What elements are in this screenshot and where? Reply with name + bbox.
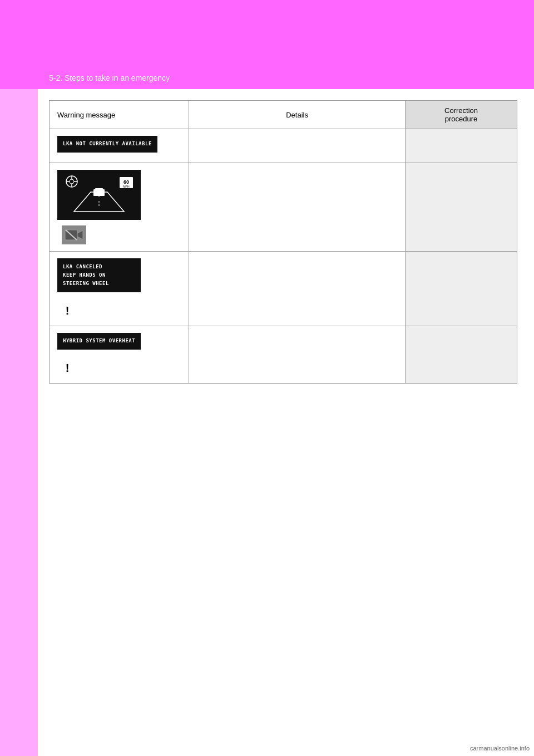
page-layout: Warning message Details Correction proce… — [0, 89, 534, 756]
svg-text:60: 60 — [123, 179, 129, 185]
left-sidebar — [0, 89, 38, 756]
warning-msg-box-4: HYBRID SYSTEM OVERHEAT — [57, 333, 141, 350]
warning-msg-box-1: LKA NOT CURRENTLY AVAILABLE — [57, 136, 157, 153]
svg-text:!: ! — [66, 305, 70, 317]
correction-cell-4 — [406, 326, 517, 384]
svg-point-6 — [70, 179, 74, 184]
main-content: Warning message Details Correction proce… — [38, 89, 534, 756]
warning-triangle-1: ! — [57, 299, 77, 319]
details-cell-1 — [189, 129, 406, 163]
details-cell-4 — [189, 326, 406, 384]
lka-display-box: 60 MPH — [57, 170, 141, 220]
col-header-warning: Warning message — [50, 101, 189, 129]
table-row: 60 MPH — [50, 163, 517, 251]
details-cell-2 — [189, 163, 406, 251]
correction-cell-2 — [406, 163, 517, 251]
col-header-details: Details — [189, 101, 406, 129]
svg-rect-4 — [95, 188, 103, 191]
details-cell-3 — [189, 251, 406, 326]
lka-display-svg: 60 MPH — [63, 173, 135, 217]
warning-cell-4: HYBRID SYSTEM OVERHEAT ! — [50, 326, 189, 384]
svg-text:!: ! — [66, 362, 70, 374]
watermark: carmanualsonline.info — [470, 745, 530, 752]
warning-msg-box-3: LKA CANCELEDKEEP HANDS ONSTEERING WHEEL — [57, 258, 141, 293]
camera-blocked-icon — [62, 225, 86, 244]
col-header-correction: Correction procedure — [406, 101, 517, 129]
section-header: 5-2. Steps to take in an emergency — [38, 67, 534, 89]
svg-marker-15 — [77, 230, 83, 239]
section-title: 5-2. Steps to take in an emergency — [49, 73, 170, 82]
table-row: LKA NOT CURRENTLY AVAILABLE — [50, 129, 517, 163]
warning-cell-1: LKA NOT CURRENTLY AVAILABLE — [50, 129, 189, 163]
table-row: HYBRID SYSTEM OVERHEAT ! — [50, 326, 517, 384]
warning-cell-3: LKA CANCELEDKEEP HANDS ONSTEERING WHEEL … — [50, 251, 189, 326]
svg-text:MPH: MPH — [123, 185, 130, 188]
table-row: LKA CANCELEDKEEP HANDS ONSTEERING WHEEL … — [50, 251, 517, 326]
correction-cell-3 — [406, 251, 517, 326]
warning-cell-2: 60 MPH — [50, 163, 189, 251]
warning-triangle-2: ! — [57, 356, 77, 376]
correction-cell-1 — [406, 129, 517, 163]
top-banner: 5-2. Steps to take in an emergency — [0, 0, 534, 89]
warning-table: Warning message Details Correction proce… — [49, 100, 517, 384]
